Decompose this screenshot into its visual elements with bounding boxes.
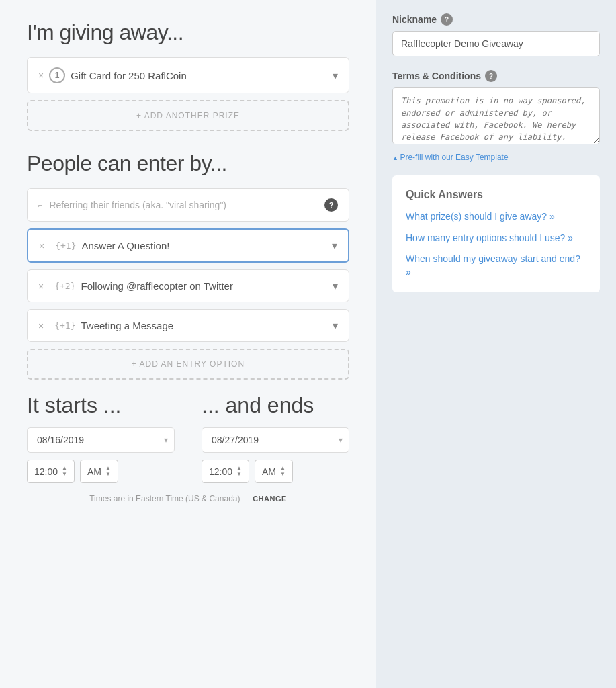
- end-time-arrows[interactable]: ▲ ▼: [236, 466, 242, 477]
- entry-option-1[interactable]: × {+2} Following @rafflecopter on Twitte…: [27, 269, 349, 302]
- prize-number: 1: [49, 67, 65, 83]
- entry-option-0[interactable]: × {+1} Answer A Question! ▾: [27, 228, 349, 263]
- end-time-spinner[interactable]: 12:00 ▲ ▼: [202, 460, 249, 483]
- entry-remove-icon-2[interactable]: ×: [38, 320, 44, 331]
- start-ampm-value: AM: [87, 466, 101, 477]
- start-date-select[interactable]: 08/16/2019: [27, 427, 175, 453]
- end-ampm-up-arrow[interactable]: ▲: [280, 466, 285, 471]
- qa-link-0[interactable]: What prize(s) should I give away?: [406, 210, 586, 224]
- add-prize-button[interactable]: + ADD ANOTHER PRIZE: [27, 100, 349, 131]
- start-date-wrapper: 08/16/2019 ▾: [27, 427, 175, 453]
- start-time-arrows[interactable]: ▲ ▼: [62, 466, 67, 477]
- entry-chevron-icon-1: ▾: [333, 280, 338, 292]
- enter-by-heading: People can enter by...: [27, 151, 349, 176]
- end-date-wrapper: 08/27/2019 ▾: [202, 427, 349, 453]
- end-date-col: ... and ends 08/27/2019 ▾ 12:00 ▲ ▼: [202, 393, 349, 483]
- entry-remove-icon-1[interactable]: ×: [38, 281, 44, 292]
- start-ampm-spinner[interactable]: AM ▲ ▼: [80, 460, 118, 483]
- terms-textarea[interactable]: [392, 87, 600, 144]
- nickname-input[interactable]: [392, 31, 600, 56]
- end-date-select[interactable]: 08/27/2019: [202, 427, 349, 453]
- nickname-label-row: Nickname ?: [392, 13, 600, 26]
- terms-label-row: Terms & Conditions ?: [392, 70, 600, 82]
- start-time-down-arrow[interactable]: ▼: [62, 472, 67, 477]
- referring-help-icon[interactable]: ?: [324, 198, 338, 212]
- ends-heading: ... and ends: [202, 393, 349, 418]
- entry-label-1: Following @rafflecopter on Twitter: [81, 280, 233, 292]
- change-timezone-link[interactable]: CHANGE: [253, 494, 287, 503]
- end-time-value: 12:00: [209, 466, 232, 477]
- starts-heading: It starts ...: [27, 393, 175, 418]
- entry-label-2: Tweeting a Message: [81, 320, 174, 331]
- end-ampm-down-arrow[interactable]: ▼: [280, 472, 285, 477]
- end-time-row: 12:00 ▲ ▼ AM ▲ ▼: [202, 460, 349, 483]
- quick-answers-box: Quick Answers What prize(s) should I giv…: [392, 175, 600, 292]
- timezone-note: Times are in Eastern Time (US & Canada) …: [27, 494, 349, 503]
- prize-label: Gift Card for 250 RaflCoin: [71, 70, 187, 81]
- entry-chevron-icon-0: ▾: [332, 239, 337, 252]
- end-ampm-spinner[interactable]: AM ▲ ▼: [255, 460, 293, 483]
- start-time-spinner[interactable]: 12:00 ▲ ▼: [27, 460, 75, 483]
- left-panel: I'm giving away... × 1 Gift Card for 250…: [0, 0, 376, 688]
- add-entry-button[interactable]: + ADD AN ENTRY OPTION: [27, 349, 349, 380]
- entry-badge-2: {+1}: [54, 320, 75, 331]
- giving-away-heading: I'm giving away...: [27, 20, 349, 45]
- dates-section: It starts ... 08/16/2019 ▾ 12:00 ▲ ▼: [27, 393, 349, 503]
- entry-badge-1: {+2}: [54, 281, 75, 291]
- prize-chevron-icon: ▾: [333, 69, 338, 82]
- prize-item[interactable]: × 1 Gift Card for 250 RaflCoin ▾: [27, 57, 349, 93]
- entry-option-2[interactable]: × {+1} Tweeting a Message ▾: [27, 309, 349, 342]
- quick-answers-title: Quick Answers: [406, 189, 586, 201]
- prize-item-left: 1 Gift Card for 250 RaflCoin: [49, 67, 187, 83]
- qa-link-1[interactable]: How many entry options should I use?: [406, 232, 586, 245]
- end-time-up-arrow[interactable]: ▲: [236, 466, 242, 471]
- referring-bullet-icon: ⌐: [38, 201, 42, 209]
- entry-badge-0: {+1}: [55, 241, 76, 251]
- start-time-row: 12:00 ▲ ▼ AM ▲ ▼: [27, 460, 175, 483]
- end-time-down-arrow[interactable]: ▼: [236, 472, 242, 477]
- end-ampm-arrows[interactable]: ▲ ▼: [280, 466, 285, 477]
- start-ampm-up-arrow[interactable]: ▲: [105, 466, 111, 471]
- end-ampm-value: AM: [262, 466, 276, 477]
- entry-chevron-icon-2: ▾: [333, 319, 338, 332]
- start-date-col: It starts ... 08/16/2019 ▾ 12:00 ▲ ▼: [27, 393, 175, 483]
- start-ampm-down-arrow[interactable]: ▼: [105, 472, 111, 477]
- entry-label-0: Answer A Question!: [82, 240, 170, 251]
- referring-label: Referring their friends (aka. "viral sha…: [49, 200, 318, 210]
- prize-remove-icon[interactable]: ×: [38, 70, 44, 81]
- right-panel: Nickname ? Terms & Conditions ? Pre-fill…: [376, 0, 616, 688]
- start-time-value: 12:00: [34, 466, 58, 477]
- qa-link-2[interactable]: When should my giveaway start and end?: [406, 253, 586, 279]
- nickname-help-icon[interactable]: ?: [441, 13, 453, 26]
- dates-row: It starts ... 08/16/2019 ▾ 12:00 ▲ ▼: [27, 393, 349, 483]
- entry-remove-icon-0[interactable]: ×: [39, 241, 44, 251]
- prefill-link[interactable]: Pre-fill with our Easy Template: [392, 153, 600, 162]
- start-ampm-arrows[interactable]: ▲ ▼: [105, 466, 111, 477]
- referring-row[interactable]: ⌐ Referring their friends (aka. "viral s…: [27, 188, 349, 222]
- terms-help-icon[interactable]: ?: [485, 70, 497, 82]
- start-time-up-arrow[interactable]: ▲: [62, 466, 67, 471]
